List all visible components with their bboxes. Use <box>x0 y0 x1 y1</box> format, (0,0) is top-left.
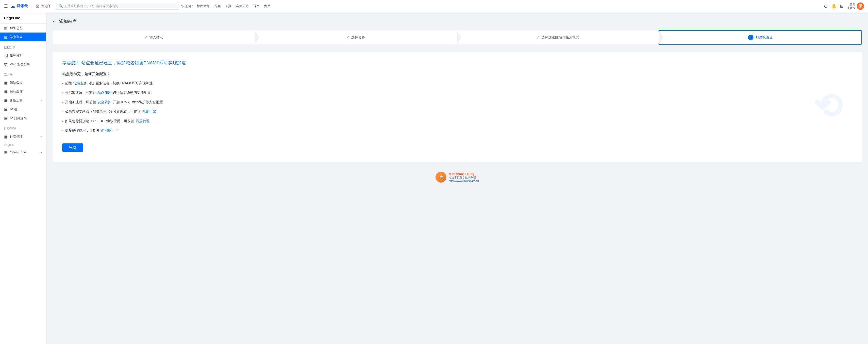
bullet: • <box>62 128 64 134</box>
user-name-line1: 墨努 <box>847 2 855 6</box>
user-avatar: 墨 <box>857 2 864 10</box>
shield-icon: 🛡 <box>4 62 8 66</box>
sidebar-item-web-security[interactable]: 🛡 Web 安全分析 <box>0 60 46 69</box>
list-item: • 前往 域名服务 添加更多域名，切换CNAME即可实现加速 <box>62 80 852 86</box>
config-section: 站点添加完，如何开始配置？ • 前往 域名服务 添加更多域名，切换CNAME即可… <box>62 72 852 134</box>
list-icon: ▤ <box>4 35 8 39</box>
step1-check-icon: ✓ <box>144 35 147 40</box>
diagnostic-icon: ▣ <box>4 98 8 103</box>
sidebar-label-site-list: 站点列表 <box>10 35 42 39</box>
search-icon: 🔍 <box>59 4 63 8</box>
billing-icon: ▣ <box>4 135 8 139</box>
list-item: • 开启加速后，可前往 安全防护 开启DDoS、web防护等安全配置 <box>62 99 852 105</box>
list-item: • 如果您需要加速TCP、UDP协议应用，可前往 四层代理 <box>62 118 852 124</box>
home-icon: 🏠 <box>36 4 40 8</box>
ip-lookup-icon: ▣ <box>4 116 8 120</box>
search-bar[interactable]: 🔍 支持通过实例ID、IP、名称等搜索资源 <box>56 3 179 9</box>
sidebar-label-billing: 计费管理 <box>10 135 38 139</box>
list-item: • 如果您需要站点下的域名开启个性化配置，可前往 规则引擎 <box>62 109 852 115</box>
page-title: 添加站点 <box>59 18 77 24</box>
nav-trial[interactable]: 试用 <box>253 4 259 8</box>
config-link-layer4-proxy[interactable]: 四层代理 <box>136 118 150 124</box>
config-link-rule-engine[interactable]: 规则引擎 <box>143 109 156 114</box>
sidebar-item-preheat-cache[interactable]: ▣ 预热缓存 <box>0 87 46 96</box>
sidebar-item-metrics[interactable]: 📊 指标分析 <box>0 51 46 60</box>
sidebar-label-service-overview: 服务总览 <box>10 26 42 30</box>
blog-url: https://www.mintimate.cn <box>449 179 479 182</box>
sidebar-label-ip-lookup: IP 归属查询 <box>10 116 42 120</box>
brand-logo[interactable]: ☁ 腾讯云 <box>10 3 28 9</box>
step3-check-icon: ✓ <box>536 35 539 40</box>
config-item-1-text1: 前往 <box>65 80 72 86</box>
sidebar-item-ip-group[interactable]: ▣ IP 组 <box>0 105 46 114</box>
badge-dot: ● <box>41 151 42 153</box>
page-header: ← 添加站点 <box>52 18 862 24</box>
bullet: • <box>62 81 64 86</box>
back-button[interactable]: ← <box>52 19 57 24</box>
step-bar: ✓ 输入站点 ✓ 选择套餐 ✓ 选择加速区域与接入模式 4 归属权验证 <box>52 30 862 45</box>
top-navigation: ☰ ☁ 腾讯云 | 🏠 控制台 🔍 支持通过实例ID、IP、名称等搜索资源 快捷… <box>0 0 868 12</box>
bullet: • <box>62 100 64 105</box>
config-item-5-text1: 如果您需要加速TCP、UDP协议应用，可前往 <box>65 118 134 124</box>
ip-group-icon: ▣ <box>4 107 8 112</box>
config-link-site-acceleration[interactable]: 站点加速 <box>97 90 111 95</box>
config-link-security[interactable]: 安全防护 <box>97 99 111 105</box>
clear-icon: ▣ <box>4 81 8 85</box>
bullet: • <box>62 119 64 124</box>
hamburger-menu[interactable]: ☰ <box>4 3 8 9</box>
bell-icon[interactable]: 🔔 <box>831 3 836 9</box>
sidebar-item-site-list[interactable]: ▤ 站点列表 <box>0 32 46 41</box>
sidebar-label-ip-group: IP 组 <box>10 107 42 112</box>
sidebar-label-diagnostic: 诊断工具 <box>10 98 38 103</box>
sidebar-item-clear-cache[interactable]: ▣ 清除缓存 <box>0 78 46 87</box>
console-label: 控制台 <box>41 4 50 8</box>
sidebar-label-web-security: Web 安全分析 <box>10 62 42 66</box>
sidebar-label-preheat-cache: 预热缓存 <box>10 89 42 94</box>
nav-filing[interactable]: 备案 <box>214 4 221 8</box>
sidebar-item-service-overview[interactable]: ▦ 服务总览 <box>0 24 46 32</box>
config-link-domain-service[interactable]: 域名服务 <box>73 80 87 86</box>
footer-blog: 🍃 Mintimate's Blog 专注于技分学技术教程 https://ww… <box>52 167 862 188</box>
finish-button[interactable]: 完成 <box>62 143 83 152</box>
console-link[interactable]: 🏠 控制台 <box>36 4 50 8</box>
config-item-3-text2: 开启DDoS、web防护等安全配置 <box>113 99 163 105</box>
section-label-data-analysis: 数据分析 <box>0 41 46 51</box>
list-item: • 更多操作使用，可参考 使用指引 ↗ <box>62 127 852 134</box>
sidebar-item-open-edge[interactable]: ▣ Open Edge ● <box>0 148 46 156</box>
blog-info: Mintimate's Blog 专注于技分学技术教程 https://www.… <box>449 172 479 182</box>
config-item-3-text1: 开启加速后，可前往 <box>65 99 96 105</box>
sidebar: EdgeOne ▦ 服务总览 ▤ 站点列表 数据分析 📊 指标分析 🛡 Web … <box>0 12 46 344</box>
chevron-down-icon: ∨ <box>40 99 42 102</box>
bullet: • <box>62 109 64 115</box>
content-card: ⟲ 恭喜您！ 站点验证已通过，添加域名切换CNAME即可实现加速 站点添加完，如… <box>52 52 862 162</box>
step1-label: 输入站点 <box>149 35 163 40</box>
nav-tools[interactable]: 工具 <box>225 4 231 8</box>
brand-name: 腾讯云 <box>17 4 28 8</box>
step-1: ✓ 输入站点 <box>53 30 255 45</box>
sidebar-item-billing[interactable]: ▣ 计费管理 ∨ <box>0 132 46 141</box>
config-link-user-guide[interactable]: 使用指引 <box>101 127 115 133</box>
config-section-title: 站点添加完，如何开始配置？ <box>62 72 852 77</box>
sidebar-brand: EdgeOne <box>0 12 46 24</box>
user-info[interactable]: 墨努 主账号 墨 <box>847 2 864 10</box>
help-icon[interactable]: ⊙ <box>824 3 828 9</box>
nav-shortcuts: 快捷键 / 集团账号 备案 工具 客服支持 试用 费用 <box>181 4 271 8</box>
sidebar-item-diagnostic[interactable]: ▣ 诊断工具 ∨ <box>0 96 46 105</box>
step3-label: 选择加速区域与接入模式 <box>541 35 579 40</box>
window-icon[interactable]: ⊞ <box>840 3 844 9</box>
config-item-4-text1: 如果您需要站点下的域名开启个性化配置，可前往 <box>65 109 141 114</box>
top-nav-left: ☰ ☁ 腾讯云 | 🏠 控制台 <box>4 3 53 9</box>
external-link-icon: ↗ <box>116 127 119 132</box>
nav-billing[interactable]: 费用 <box>264 4 271 8</box>
sidebar-item-ip-lookup[interactable]: ▣ IP 归属查询 <box>0 114 46 123</box>
step2-label: 选择套餐 <box>351 35 365 40</box>
sidebar-label-metrics: 指标分析 <box>10 53 42 58</box>
shortcut-label[interactable]: 快捷键 / <box>181 4 193 8</box>
blog-name: Mintimate's Blog <box>449 172 479 176</box>
section-label-billing-mgmt: 计费管理 <box>0 123 46 132</box>
open-edge-icon: ▣ <box>4 150 8 154</box>
nav-group-account[interactable]: 集团账号 <box>197 4 210 8</box>
card-inner: ⟲ 恭喜您！ 站点验证已通过，添加域名切换CNAME即可实现加速 站点添加完，如… <box>62 60 852 152</box>
nav-support[interactable]: 客服支持 <box>236 4 249 8</box>
blog-avatar: 🍃 <box>435 172 446 182</box>
